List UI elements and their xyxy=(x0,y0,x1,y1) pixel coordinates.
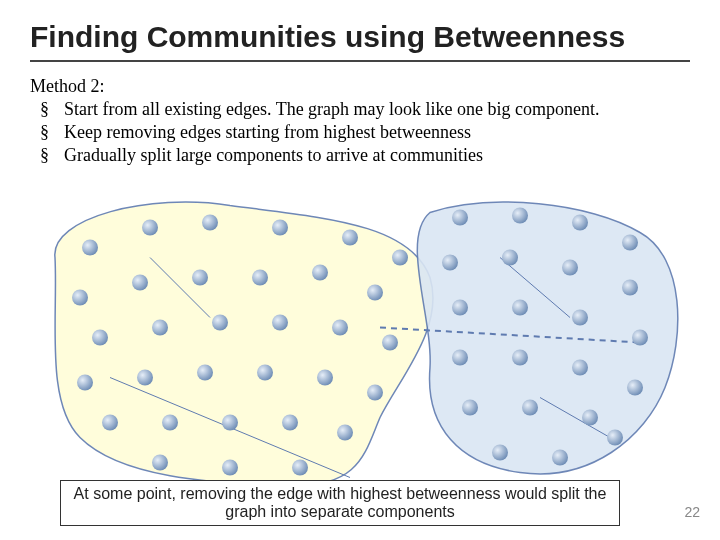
bullet-item: Keep removing edges starting from highes… xyxy=(40,122,690,143)
svg-point-48 xyxy=(462,400,478,416)
svg-point-5 xyxy=(392,250,408,266)
svg-point-49 xyxy=(522,400,538,416)
svg-point-30 xyxy=(222,460,238,476)
svg-point-50 xyxy=(582,410,598,426)
svg-point-43 xyxy=(632,330,648,346)
svg-point-16 xyxy=(332,320,348,336)
svg-point-17 xyxy=(382,335,398,351)
svg-point-35 xyxy=(622,235,638,251)
svg-point-1 xyxy=(142,220,158,236)
svg-point-32 xyxy=(452,210,468,226)
svg-point-9 xyxy=(252,270,268,286)
community-diagram xyxy=(30,195,690,490)
page-number: 22 xyxy=(684,504,700,520)
svg-point-52 xyxy=(552,450,568,466)
bullet-item: Start from all existing edges. The graph… xyxy=(40,99,690,120)
svg-point-12 xyxy=(92,330,108,346)
svg-point-41 xyxy=(512,300,528,316)
svg-point-23 xyxy=(367,385,383,401)
bullet-item: Gradually split large components to arri… xyxy=(40,145,690,166)
community-left-blob xyxy=(55,202,433,486)
svg-point-26 xyxy=(222,415,238,431)
svg-point-6 xyxy=(72,290,88,306)
svg-point-46 xyxy=(572,360,588,376)
svg-point-22 xyxy=(317,370,333,386)
svg-point-0 xyxy=(82,240,98,256)
svg-point-24 xyxy=(102,415,118,431)
svg-point-25 xyxy=(162,415,178,431)
svg-point-39 xyxy=(622,280,638,296)
svg-point-29 xyxy=(152,455,168,471)
svg-point-10 xyxy=(312,265,328,281)
svg-point-15 xyxy=(272,315,288,331)
svg-point-51 xyxy=(492,445,508,461)
method-label: Method 2: xyxy=(30,76,690,97)
svg-point-8 xyxy=(192,270,208,286)
svg-point-2 xyxy=(202,215,218,231)
svg-point-33 xyxy=(512,208,528,224)
svg-point-34 xyxy=(572,215,588,231)
svg-point-27 xyxy=(282,415,298,431)
svg-point-31 xyxy=(292,460,308,476)
svg-point-3 xyxy=(272,220,288,236)
svg-point-21 xyxy=(257,365,273,381)
svg-point-44 xyxy=(452,350,468,366)
svg-point-53 xyxy=(607,430,623,446)
svg-point-7 xyxy=(132,275,148,291)
svg-point-28 xyxy=(337,425,353,441)
svg-point-37 xyxy=(502,250,518,266)
slide-title: Finding Communities using Betweenness xyxy=(30,20,690,62)
caption-box: At some point, removing the edge with hi… xyxy=(60,480,620,526)
svg-point-13 xyxy=(152,320,168,336)
svg-point-20 xyxy=(197,365,213,381)
svg-point-14 xyxy=(212,315,228,331)
svg-point-38 xyxy=(562,260,578,276)
bullet-list: Start from all existing edges. The graph… xyxy=(40,99,690,166)
svg-point-4 xyxy=(342,230,358,246)
svg-point-36 xyxy=(442,255,458,271)
svg-point-42 xyxy=(572,310,588,326)
svg-point-47 xyxy=(627,380,643,396)
svg-point-19 xyxy=(137,370,153,386)
svg-point-45 xyxy=(512,350,528,366)
svg-point-18 xyxy=(77,375,93,391)
svg-point-40 xyxy=(452,300,468,316)
svg-point-11 xyxy=(367,285,383,301)
